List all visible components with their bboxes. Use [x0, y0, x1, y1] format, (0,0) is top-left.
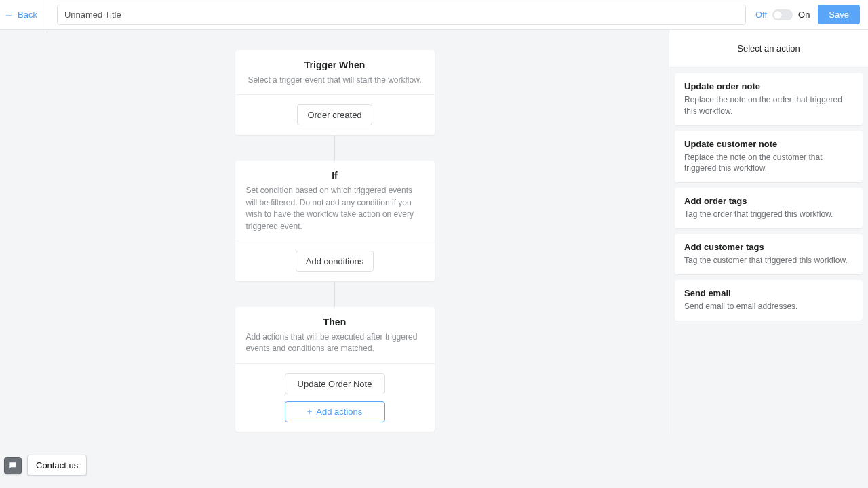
trigger-title: Trigger When [246, 60, 424, 70]
action-option-desc: Replace the note on the customer that tr… [684, 152, 853, 175]
chat-dock: Contact us [4, 455, 87, 476]
action-option-title: Send email [684, 288, 853, 298]
contact-us-button[interactable]: Contact us [27, 455, 87, 476]
top-bar: ← Back Off On Save [0, 0, 868, 30]
condition-title: If [246, 170, 424, 181]
add-conditions-button[interactable]: Add conditions [296, 251, 374, 272]
action-update-order-note-button[interactable]: Update Order Note [285, 373, 385, 394]
then-card: Then Add actions that will be executed a… [235, 307, 435, 432]
toggle-off-label: Off [755, 9, 767, 20]
add-actions-label: Add actions [316, 407, 362, 417]
save-button[interactable]: Save [818, 5, 860, 24]
action-option-update-customer-note[interactable]: Update customer note Replace the note on… [675, 131, 863, 183]
plus-icon: + [307, 407, 313, 417]
action-sidebar: Select an action Update order note Repla… [669, 30, 868, 488]
action-option-update-order-note[interactable]: Update order note Replace the note on th… [675, 73, 863, 125]
trigger-event-button[interactable]: Order created [297, 104, 372, 125]
chat-icon [8, 461, 18, 470]
sidebar-list: Update order note Replace the note on th… [669, 68, 868, 488]
connector-line [334, 135, 335, 161]
action-option-desc: Tag the customer that triggered this wor… [684, 255, 853, 266]
action-option-title: Update customer note [684, 139, 853, 149]
workflow-canvas: Trigger When Select a trigger event that… [0, 30, 669, 488]
trigger-card: Trigger When Select a trigger event that… [235, 50, 435, 135]
back-button[interactable]: ← Back [0, 0, 47, 29]
add-actions-button[interactable]: + Add actions [285, 401, 385, 422]
action-option-add-order-tags[interactable]: Add order tags Tag the order that trigge… [675, 188, 863, 228]
action-option-desc: Send email to email addresses. [684, 301, 853, 312]
action-option-desc: Tag the order that triggered this workfl… [684, 209, 853, 220]
then-desc: Add actions that will be executed after … [246, 331, 424, 355]
action-option-desc: Replace the note on the order that trigg… [684, 94, 853, 117]
enable-toggle-group: Off On [755, 9, 810, 20]
action-option-title: Add customer tags [684, 242, 853, 252]
chat-icon-button[interactable] [4, 457, 22, 474]
condition-desc: Set condition based on which triggered e… [246, 185, 424, 232]
action-option-add-customer-tags[interactable]: Add customer tags Tag the customer that … [675, 234, 863, 274]
action-option-title: Update order note [684, 81, 853, 92]
workflow-title-input[interactable] [57, 5, 746, 25]
back-label: Back [18, 9, 37, 20]
trigger-desc: Select a trigger event that will start t… [246, 75, 424, 86]
action-option-send-email[interactable]: Send email Send email to email addresses… [675, 280, 863, 321]
then-title: Then [246, 317, 424, 327]
action-option-title: Add order tags [684, 196, 853, 206]
enable-toggle[interactable] [772, 9, 793, 20]
arrow-left-icon: ← [4, 9, 14, 20]
connector-line [334, 281, 335, 307]
condition-card: If Set condition based on which triggere… [235, 161, 435, 281]
toggle-knob [774, 11, 782, 19]
sidebar-heading: Select an action [669, 30, 868, 68]
toggle-on-label: On [798, 9, 810, 20]
